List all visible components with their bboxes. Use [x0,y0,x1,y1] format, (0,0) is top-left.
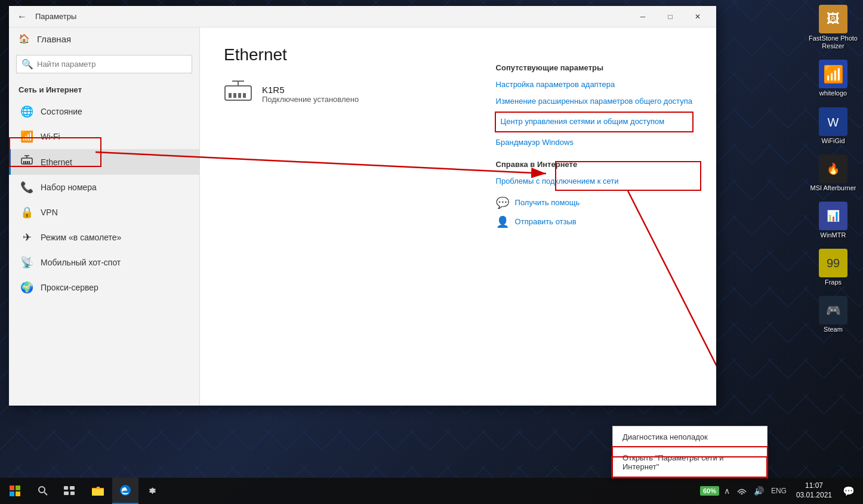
sidebar-search-box[interactable]: 🔍 [16,55,192,73]
sidebar-item-wifi[interactable]: 📶 Wi-Fi [9,124,199,149]
svg-point-23 [39,487,45,493]
taskbar-search-button[interactable] [30,478,56,504]
sidebar-item-proxy-label: Прокси-сервер [41,283,98,292]
battery-indicator: 60% [700,486,719,496]
taskbar: 60% ∧ 🔊 ENG 11:07 03.01.2021 💬 [0,478,863,504]
sidebar-item-dialup[interactable]: 📞 Набор номера [9,175,199,200]
proxy-icon: 🌍 [20,281,33,294]
main-content: Ethernet K1R5 Подключение установлено [200,27,716,146]
svg-rect-5 [27,161,28,163]
svg-rect-22 [16,491,20,496]
window-body: 🏠 Главная 🔍 Сеть и Интернет 🌐 Состояние … [9,27,716,406]
notification-button[interactable]: 💬 [839,478,858,504]
desktop-icon-whitelogo[interactable]: 📶 whitelogo [806,57,860,100]
sidebar-item-airplane[interactable]: ✈ Режим «в самолете» [9,225,199,250]
svg-marker-30 [92,487,104,489]
svg-rect-25 [64,486,68,490]
sidebar-item-vpn[interactable]: 🔒 VPN [9,200,199,225]
svg-rect-6 [29,161,30,163]
status-icon: 🌐 [20,105,33,118]
taskbar-app-explorer[interactable] [85,478,111,504]
svg-rect-28 [70,491,75,495]
sidebar-item-airplane-label: Режим «в самолете» [41,233,121,242]
svg-rect-13 [243,93,246,98]
context-menu-item-diagnose[interactable]: Диагностика неполадок [613,426,767,447]
sidebar-item-proxy[interactable]: 🌍 Прокси-сервер [9,275,199,300]
wifi-icon: 📶 [20,130,33,143]
sidebar-item-dialup-label: Набор номера [41,183,97,192]
tray-clock[interactable]: 11:07 03.01.2021 [791,481,837,500]
sidebar-item-hotspot[interactable]: 📡 Мобильный хот-спот [9,250,199,275]
desktop-icon-fraps[interactable]: 99 Fraps [806,246,860,289]
tray-network-icon[interactable] [735,485,749,497]
svg-rect-4 [25,161,26,163]
svg-line-24 [44,492,47,495]
page-title: Ethernet [224,45,692,64]
sidebar: 🏠 Главная 🔍 Сеть и Интернет 🌐 Состояние … [9,27,200,406]
home-icon: 🏠 [19,33,30,44]
taskbar-app-edge[interactable] [112,478,138,504]
search-input[interactable] [37,60,187,69]
svg-rect-21 [10,491,14,496]
back-button[interactable]: ← [14,8,30,25]
desktop-icons-area: 🖼 FastStone Photo Resizer 📶 whitelogo W … [803,0,863,339]
hotspot-icon: 📡 [20,256,33,269]
context-menu: Диагностика неполадок Открыть "Параметры… [612,426,768,478]
taskbar-apps [82,478,168,504]
settings-window: ← Параметры ─ □ ✕ 🏠 Главная 🔍 Сеть и [9,6,716,406]
vpn-icon: 🔒 [20,206,33,219]
tray-up-arrow[interactable]: ∧ [722,485,732,497]
tray-language: ENG [769,487,789,495]
related-settings-panel: Сопутствующие параметры Настройка параме… [496,63,692,146]
desktop-icon-wifigid[interactable]: W WiFiGid [806,105,860,147]
svg-rect-31 [92,489,104,496]
link-adapter-settings[interactable]: Настройка параметров адаптера [496,79,692,90]
link-network-center[interactable]: Центр управления сетями и общим доступом [496,113,692,131]
sidebar-section-title: Сеть и Интернет [9,78,199,99]
adapter-status: Подключение установлено [262,95,359,104]
dialup-icon: 📞 [20,181,33,194]
context-menu-item-open-settings[interactable]: Открыть "Параметры сети и Интернет" [613,447,767,477]
adapter-icon [224,79,252,109]
sidebar-item-vpn-label: VPN [41,208,58,217]
ethernet-icon [20,155,33,169]
desktop-icon-winmtr[interactable]: 📊 WinMTR [806,199,860,242]
svg-rect-11 [233,93,236,98]
sidebar-item-ethernet-label: Ethernet [41,157,72,167]
svg-rect-12 [238,93,241,98]
start-button[interactable] [0,478,30,504]
link-firewall[interactable]: Брандмауэр Windows [496,137,692,146]
svg-rect-10 [229,93,232,98]
airplane-icon: ✈ [20,231,33,244]
tray-volume-icon[interactable]: 🔊 [751,485,766,497]
sidebar-item-status-label: Состояние [41,107,82,116]
window-title: Параметры [35,12,629,21]
main-area: Ethernet K1R5 Подключение установлено [200,27,716,406]
svg-rect-19 [10,486,14,490]
desktop: 🖼 FastStone Photo Resizer 📶 whitelogo W … [0,0,863,504]
clock-time: 11:07 [796,481,832,491]
related-settings-title: Сопутствующие параметры [496,63,692,72]
sidebar-item-ethernet[interactable]: Ethernet [9,149,199,175]
maximize-button[interactable]: □ [657,6,684,27]
desktop-icon-faststone[interactable]: 🖼 FastStone Photo Resizer [806,2,860,52]
sidebar-item-hotspot-label: Мобильный хот-спот [41,258,121,267]
svg-text:W: W [828,116,839,129]
adapter-name: K1R5 [262,85,359,95]
svg-rect-20 [16,486,20,490]
svg-rect-3 [23,161,24,163]
desktop-icon-msi[interactable]: 🔥 MSI Afterburner [806,152,860,194]
svg-rect-27 [64,491,69,495]
sidebar-item-home[interactable]: 🏠 Главная [9,27,199,50]
sidebar-item-wifi-label: Wi-Fi [41,132,60,141]
close-button[interactable]: ✕ [684,6,711,27]
taskbar-app-settings[interactable] [140,478,166,504]
taskbar-tray: 60% ∧ 🔊 ENG 11:07 03.01.2021 💬 [700,478,863,504]
taskbar-task-view-button[interactable] [56,478,82,504]
svg-rect-26 [70,486,75,490]
link-sharing-settings[interactable]: Изменение расширенных параметров общего … [496,96,692,107]
desktop-icon-steam[interactable]: 🎮 Steam [806,293,860,336]
home-label: Главная [37,34,71,44]
sidebar-item-status[interactable]: 🌐 Состояние [9,99,199,124]
minimize-button[interactable]: ─ [629,6,657,27]
